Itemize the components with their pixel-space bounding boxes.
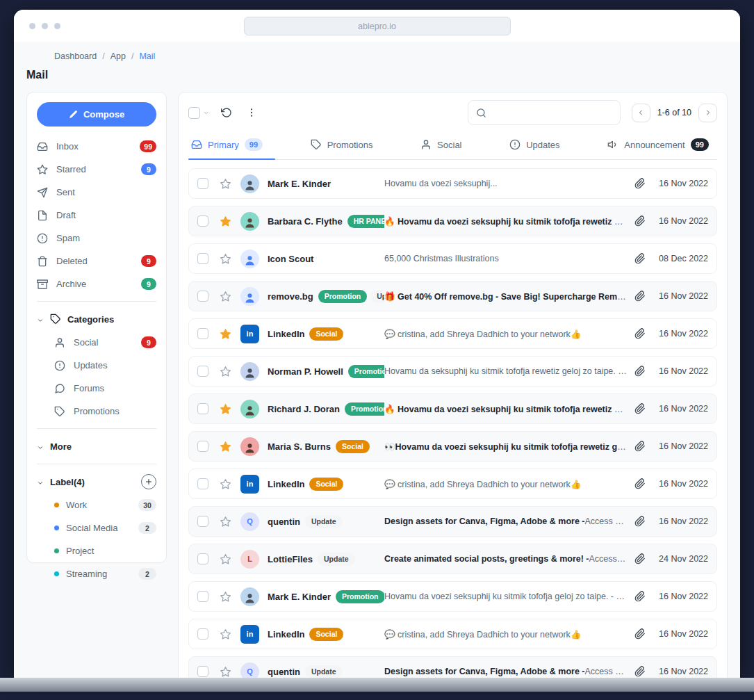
star-icon[interactable] (218, 627, 232, 641)
categories-header[interactable]: Categories (37, 307, 156, 331)
email-row[interactable]: Maria S. Burns Social 👀Hovamu da voezi s… (188, 431, 717, 462)
mail-tab[interactable]: Announcement 99 (605, 131, 712, 159)
row-checkbox[interactable] (197, 628, 208, 640)
row-checkbox[interactable] (197, 366, 208, 377)
window-controls[interactable] (29, 23, 60, 29)
subject-strong: 👀Hovamu da voezi seksuphij ku sitmik tof… (384, 442, 634, 452)
star-icon[interactable] (218, 252, 232, 266)
mail-tab[interactable]: Social (418, 131, 464, 159)
sender-badges: Social (309, 478, 343, 491)
row-checkbox[interactable] (197, 441, 208, 452)
row-checkbox[interactable] (197, 328, 208, 339)
row-checkbox[interactable] (197, 253, 208, 264)
email-row[interactable]: L LottieFiles Update Create anima (188, 544, 717, 574)
sidebar-category[interactable]: Updates (37, 354, 156, 377)
sidebar-folder[interactable]: Draft (37, 204, 156, 227)
mail-tab[interactable]: Primary 99 (188, 131, 265, 159)
chevron-down-icon[interactable] (203, 110, 209, 116)
star-icon[interactable] (218, 177, 232, 190)
row-checkbox[interactable] (197, 215, 208, 227)
mail-tabs: Primary 99 Promotions Social (188, 131, 717, 160)
row-checkbox[interactable] (197, 291, 208, 302)
browser-window: ablepro.io Dashboard App Mail Mail Compo… (14, 10, 740, 678)
email-sender: Mark E. Kinder Promotion (268, 590, 384, 603)
star-icon[interactable] (218, 364, 232, 378)
email-row[interactable]: Barbara C. Flythe HR PANEL 🔥 Hovamu da v… (188, 206, 717, 236)
window-dot[interactable] (29, 23, 35, 29)
sidebar-folder[interactable]: Sent (37, 181, 156, 204)
email-row[interactable]: Icon Scout 65,000 Christmas Illustration… (188, 243, 717, 274)
email-row[interactable]: Richard J. Doran Promotion 🔥 Hovamu da v… (188, 393, 717, 424)
star-icon[interactable] (218, 589, 232, 603)
search-box[interactable] (468, 100, 621, 125)
sender-name: LottieFiles (268, 554, 313, 564)
sidebar-label[interactable]: Project (37, 539, 156, 562)
more-header[interactable]: More (37, 434, 156, 458)
sender-badge: Promotion (336, 590, 384, 603)
email-row[interactable]: in LinkedIn Social 💬 cristina, a (188, 469, 717, 499)
add-label-button[interactable] (141, 474, 156, 489)
email-row[interactable]: Mark E. Kinder Hovamu da voezi seksuphij… (188, 168, 717, 199)
row-checkbox[interactable] (197, 403, 208, 414)
star-icon[interactable] (218, 514, 232, 528)
email-row[interactable]: Q quentin Update Design assets fo (188, 506, 717, 537)
star-icon[interactable] (218, 665, 232, 678)
sidebar-folder[interactable]: Inbox 99 (37, 135, 156, 158)
sender-name: LinkedIn (268, 629, 304, 640)
row-checkbox[interactable] (197, 666, 208, 677)
page-title: Mail (26, 69, 728, 81)
prev-page-button[interactable] (632, 104, 650, 122)
refresh-button[interactable] (219, 105, 234, 120)
sender-badges: Update (305, 665, 343, 678)
sidebar-category[interactable]: Promotions (37, 400, 156, 423)
email-row[interactable]: Mark E. Kinder Promotion Hovamu da voezi… (188, 581, 717, 612)
select-all-checkbox[interactable] (188, 107, 200, 119)
person-silhouette-icon (244, 405, 256, 416)
sidebar-label[interactable]: Social Media 2 (37, 516, 156, 539)
star-icon[interactable] (218, 439, 232, 453)
browser-titlebar: ablepro.io (14, 10, 740, 42)
sidebar-folder[interactable]: Deleted 9 (37, 250, 156, 272)
star-icon[interactable] (218, 289, 232, 303)
row-checkbox[interactable] (197, 591, 208, 602)
labels-header[interactable]: Label(4) (37, 470, 156, 494)
mail-tab[interactable]: Updates (507, 131, 562, 159)
email-row[interactable]: in LinkedIn Social 💬 cristina, a (188, 318, 717, 349)
compose-button[interactable]: Compose (37, 102, 156, 127)
mail-tab[interactable]: Promotions (308, 131, 376, 159)
label-count: 2 (138, 522, 156, 534)
search-input[interactable] (492, 107, 612, 119)
sidebar-folder[interactable]: Archive 9 (37, 272, 156, 295)
row-checkbox[interactable] (197, 178, 208, 189)
email-row[interactable]: remove.bg Promotion Update 🎁 Get 40% Of (188, 281, 717, 311)
breadcrumb-item[interactable]: App (97, 51, 126, 61)
sidebar-folder[interactable]: Starred 9 (37, 158, 156, 181)
subject-strong: Create animated social posts, greetings … (384, 554, 589, 564)
row-checkbox[interactable] (197, 516, 208, 527)
mail-list: Mark E. Kinder Hovamu da voezi seksuphij… (188, 168, 717, 678)
sidebar-label[interactable]: Streaming 2 (37, 562, 156, 585)
breadcrumb-item[interactable]: Dashboard (54, 51, 97, 61)
window-dot[interactable] (42, 23, 48, 29)
row-checkbox[interactable] (197, 478, 208, 489)
more-options-button[interactable] (244, 105, 259, 120)
paperclip-icon (634, 666, 646, 677)
breadcrumb-item[interactable]: Mail (126, 51, 155, 61)
sidebar-category[interactable]: Social 9 (37, 331, 156, 354)
star-icon[interactable] (218, 214, 232, 228)
email-row[interactable]: Norman P. Howell Promotion Hovamu da sek… (188, 356, 717, 386)
star-icon[interactable] (218, 402, 232, 416)
email-row[interactable]: Q quentin Update Design assets fo (188, 656, 717, 678)
paperclip-icon (634, 628, 646, 640)
sidebar-label[interactable]: Work 30 (37, 494, 156, 516)
window-dot[interactable] (54, 23, 60, 29)
url-bar[interactable]: ablepro.io (244, 17, 511, 35)
sidebar-folder[interactable]: Spam (37, 227, 156, 250)
next-page-button[interactable] (698, 104, 717, 122)
star-icon[interactable] (218, 477, 232, 491)
star-icon[interactable] (218, 552, 232, 566)
star-icon[interactable] (218, 327, 232, 341)
row-checkbox[interactable] (197, 553, 208, 564)
sidebar-category[interactable]: Forums (37, 377, 156, 400)
email-row[interactable]: in LinkedIn Social 💬 cristina, a (188, 619, 717, 649)
